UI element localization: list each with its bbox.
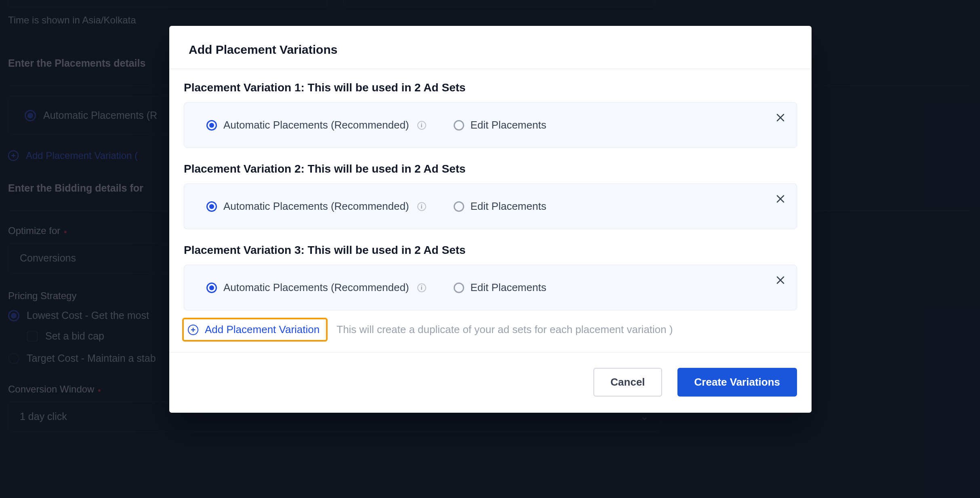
radio-selected-icon xyxy=(206,201,217,212)
modal-title: Add Placement Variations xyxy=(189,43,792,57)
create-variations-button[interactable]: Create Variations xyxy=(677,368,797,397)
variation-2-title: Placement Variation 2: This will be used… xyxy=(184,162,797,175)
variation-1-title: Placement Variation 1: This will be used… xyxy=(184,81,797,94)
close-icon[interactable] xyxy=(776,194,785,206)
close-icon[interactable] xyxy=(776,275,785,287)
radio-selected-icon xyxy=(206,283,217,293)
radio-unselected-icon xyxy=(454,120,464,131)
radio-selected-icon xyxy=(206,120,217,131)
modal-header: Add Placement Variations xyxy=(169,26,812,69)
variation-2-auto-placements-option[interactable]: Automatic Placements (Recommended) i xyxy=(206,200,426,213)
close-icon[interactable] xyxy=(776,112,785,124)
variation-1-card: Automatic Placements (Recommended) i Edi… xyxy=(184,102,797,148)
variation-3-edit-placements-option[interactable]: Edit Placements xyxy=(454,281,547,294)
variation-1-auto-placements-option[interactable]: Automatic Placements (Recommended) i xyxy=(206,119,426,131)
info-icon[interactable]: i xyxy=(417,202,426,211)
variation-2-edit-placements-option[interactable]: Edit Placements xyxy=(454,200,547,213)
add-placement-variation-row: + Add Placement Variation This will crea… xyxy=(184,319,797,340)
variation-1-edit-placements-option[interactable]: Edit Placements xyxy=(454,119,547,131)
modal-body: Placement Variation 1: This will be used… xyxy=(169,69,812,352)
modal-footer: Cancel Create Variations xyxy=(169,352,812,413)
radio-unselected-icon xyxy=(454,201,464,212)
radio-unselected-icon xyxy=(454,283,464,293)
add-placement-variation-button[interactable]: + Add Placement Variation xyxy=(184,319,326,340)
variation-3-card: Automatic Placements (Recommended) i Edi… xyxy=(184,265,797,310)
plus-circle-icon: + xyxy=(188,325,198,335)
add-placement-variation-helper: This will create a duplicate of your ad … xyxy=(336,323,673,336)
variation-2-card: Automatic Placements (Recommended) i Edi… xyxy=(184,184,797,229)
cancel-button[interactable]: Cancel xyxy=(593,368,662,397)
variation-3-auto-placements-option[interactable]: Automatic Placements (Recommended) i xyxy=(206,281,426,294)
info-icon[interactable]: i xyxy=(417,121,426,130)
add-placement-variations-modal: Add Placement Variations Placement Varia… xyxy=(169,26,812,413)
variation-3-title: Placement Variation 3: This will be used… xyxy=(184,244,797,257)
info-icon[interactable]: i xyxy=(417,283,426,292)
